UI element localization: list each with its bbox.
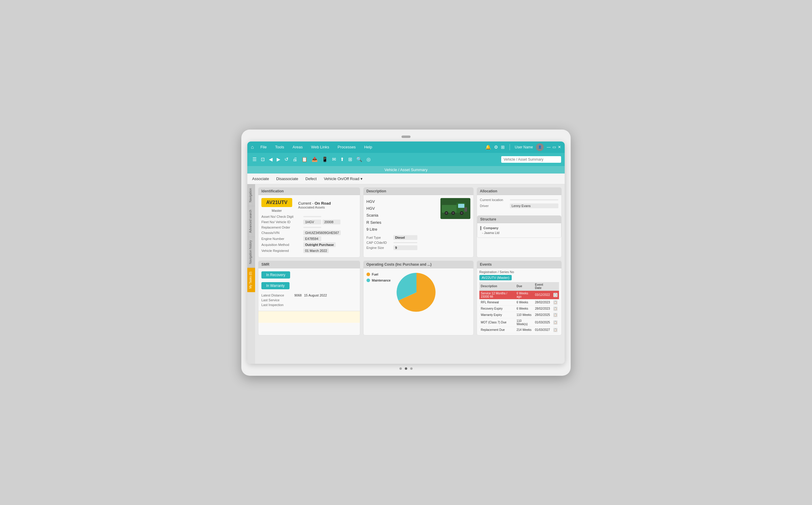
smr-btn-recovery[interactable]: In Recovery [261,271,290,279]
current-location-label: Current location [480,198,510,202]
toolbar-icon-grid[interactable]: ⊞ [347,155,354,163]
toolbar-icon-export[interactable]: 📤 [310,155,319,163]
status-prefix: Current - [298,201,315,205]
toolbar-icon-search[interactable]: 🔍 [355,155,364,163]
allocation-header: Allocation [477,188,561,195]
description-card: Description HGV HGV Scania R Series 9 Li… [363,187,474,258]
action-associate[interactable]: Associate [252,175,269,182]
desc-text: HGV HGV Scania R Series 9 Litre [367,198,437,233]
desc-type1: HGV [367,198,437,205]
toolbar: ☰ ⊡ ◀ ▶ ↺ 🖨 📋 📤 📱 ✉ ⬆ ⊞ 🔍 ◎ [247,153,565,166]
chassis-value: GHUIZ345609GHE567 [303,230,341,235]
events-header: Events [477,261,561,268]
toolbar-icon-email[interactable]: ✉ [330,155,337,163]
event-action-1[interactable]: 📋 [552,299,559,306]
svg-point-6 [452,212,454,214]
action-disassociate[interactable]: Disassociate [276,175,298,182]
event-action-0[interactable]: 📋 [552,291,559,299]
event-due-5: 214 Weeks [515,327,534,333]
sidebar-item-advanced-search[interactable]: Advanced search [247,206,255,236]
toolbar-icon-print[interactable]: 🖨 [291,156,299,163]
event-desc-5: Replacement Due [480,327,515,333]
pie-container: Fuel Maintenance [367,271,470,313]
sidebar-item-nav-history[interactable]: Navigation history [247,236,255,268]
event-action-3[interactable]: 📋 [552,312,559,318]
legend-maintenance: Maintenance [367,279,391,282]
toolbar-icon-report[interactable]: 📋 [300,155,309,163]
desc-model: R Series [367,219,437,226]
toolbar-icon-upload[interactable]: ⬆ [339,155,346,163]
id-field-replacement: Replacement Order [261,225,357,229]
minimize-btn[interactable]: — [547,145,551,149]
event-action-5[interactable]: 📋 [552,327,559,333]
event-row-3[interactable]: Warranty Expiry 110 Weeks 28/02/2025 📋 [480,312,559,318]
menu-web-links[interactable]: Web Links [309,144,331,151]
registered-label: Vehicle Registered [261,249,303,252]
main-content: Navigation Advanced search Navigation hi… [247,184,565,364]
smr-btn-warranty[interactable]: In Warranty [261,282,289,289]
toolbar-search-input[interactable] [501,156,561,163]
toolbar-icon-back[interactable]: ◀ [267,155,274,163]
smr-body: In Recovery In Warranty Latest Distance … [258,268,360,311]
desc-fields: Fuel Type Diesel CAP COde/ID Engine Size [367,235,470,250]
event-date-2: 28/02/2023 [534,306,552,312]
event-row-4[interactable]: MOT (Class 7) Due 110 Week(s) 01/03/2025… [480,318,559,327]
maximize-btn[interactable]: ▭ [552,145,556,149]
action-defect[interactable]: Defect [305,175,317,182]
grid-icon[interactable]: ⊞ [501,145,505,150]
registered-value: 01 March 2022 [303,248,329,253]
events-table: Description Due Event Date Service 12 Mo… [480,282,559,333]
operating-costs-body: Fuel Maintenance [364,268,473,316]
gear-icon[interactable]: ⚙ [494,145,498,150]
sidebar-item-my-tasks[interactable]: My Tasks (0) [247,268,255,292]
fleet-no-values: 1HGV 20008 [303,219,341,224]
event-row-0[interactable]: Service 12 Months / 15000 Mi 6 Weeks ago… [480,291,559,299]
desc-make: Scania [367,212,437,219]
replacement-value [303,227,321,228]
toolbar-icon-forward[interactable]: ▶ [275,155,282,163]
dot-1 [399,367,402,370]
menu-help[interactable]: Help [362,144,374,151]
events-col-actions [552,282,559,291]
bell-icon[interactable]: 🔔 [485,145,491,150]
engine-no-value: E478594 [303,236,321,241]
action-vehicle-onoff[interactable]: Vehicle On/Off Road [324,175,363,182]
close-btn[interactable]: ✕ [558,145,561,149]
events-master-badge[interactable]: AV22UTV (Master) [480,275,512,280]
desc-field-fuel: Fuel Type Diesel [367,235,470,240]
event-due-1: 6 Weeks [515,299,534,306]
pie-chart [396,271,437,313]
toolbar-icon-scan[interactable]: ◎ [365,155,372,163]
description-body: HGV HGV Scania R Series 9 Litre [364,195,473,254]
toolbar-icon-save[interactable]: ⊡ [259,155,266,163]
latest-distance-date: 15 August 2022 [304,294,327,297]
home-icon[interactable]: ⌂ [251,145,254,150]
latest-distance-label: Latest Distance [261,294,294,297]
dot-3 [410,367,413,370]
event-row-1[interactable]: RFL Renewal 6 Weeks 28/02/2023 📋 [480,299,559,306]
event-row-5[interactable]: Replacement Due 214 Weeks 01/03/2027 📋 [480,327,559,333]
toolbar-icon-mobile[interactable]: 📱 [320,155,329,163]
toolbar-icon-clipboard[interactable]: ☰ [251,155,258,163]
event-action-4[interactable]: 📋 [552,318,559,327]
toolbar-icon-refresh[interactable]: ↺ [283,155,290,163]
menu-processes[interactable]: Processes [335,144,358,151]
event-action-2[interactable]: 📋 [552,306,559,312]
username-label: User Name [515,145,533,149]
content-area: Identification AV21UTV Master [255,184,565,364]
smr-card: SMR In Recovery In Warranty Latest Dista… [258,261,360,335]
svg-rect-9 [464,207,467,212]
id-field-engine: Engine Number E478594 [261,236,357,241]
sidebar-item-navigation[interactable]: Navigation [247,184,255,206]
fuel-type-label: Fuel Type [367,236,393,239]
alloc-field-location: Current location [480,198,558,202]
menu-areas[interactable]: Areas [291,144,304,151]
asset-badge[interactable]: AV21UTV [261,198,292,207]
menu-tools[interactable]: Tools [273,144,286,151]
alloc-field-driver: Driver Lenny Evans [480,203,558,208]
menu-file[interactable]: File [259,144,269,151]
asset-no-label: Asset No/ Check Digit [261,215,303,218]
id-field-asset-no: Asset No/ Check Digit [261,215,357,218]
event-row-2[interactable]: Recovery Expiry 6 Weeks 28/02/2023 📋 [480,306,559,312]
dot-2 [405,367,407,370]
